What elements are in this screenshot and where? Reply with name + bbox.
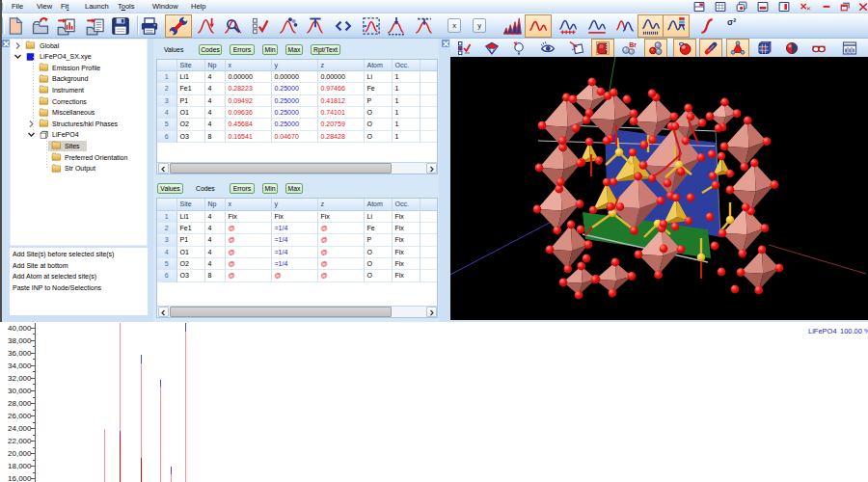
column-header-rownum[interactable] — [157, 60, 177, 72]
cell[interactable]: @ — [226, 258, 272, 270]
scroll-right-button[interactable] — [426, 163, 437, 174]
menu-launch[interactable]: Launch — [85, 1, 109, 13]
tree-item-str-output[interactable]: Str Output — [11, 163, 148, 174]
toolbar-grip[interactable] — [2, 17, 5, 34]
table-row-o2[interactable]: 5O24@=1/4@OFix — [157, 258, 437, 270]
cell[interactable]: 0.97466 — [318, 83, 365, 94]
scan-curve-stack-icon[interactable] — [664, 15, 689, 37]
cell[interactable]: O — [365, 131, 393, 143]
y-axis-button[interactable]: y — [473, 18, 486, 33]
cube-grid-icon[interactable] — [757, 40, 773, 56]
table-row-li1[interactable]: 1Li14FixFixFixLiFix — [157, 211, 437, 223]
table-row-o3[interactable]: 6O38@@@OFix — [157, 270, 437, 281]
scan-curves-two-icon[interactable] — [615, 16, 635, 36]
peak-tophat-icon[interactable] — [306, 16, 325, 36]
cell[interactable]: O2 — [177, 258, 205, 270]
column-header-Site[interactable]: Site — [177, 199, 205, 211]
column-header-Np[interactable]: Np — [205, 199, 226, 211]
fit-wrench-icon[interactable] — [166, 15, 191, 37]
tree-item-miscellaneous[interactable]: Miscellaneous — [11, 107, 148, 119]
tree-item-background[interactable]: Background — [11, 73, 148, 85]
tree-item-structures-hkl-phases[interactable]: Structures/hkl Phases — [11, 119, 148, 130]
scrollbar-thumb[interactable] — [170, 163, 392, 174]
tab-min[interactable]: Min — [262, 183, 278, 195]
tree-expand-arrow-icon[interactable] — [27, 120, 36, 128]
cell[interactable]: 3 — [157, 95, 177, 107]
big-atom-icon[interactable] — [674, 40, 695, 57]
scan-curve-baseline-icon[interactable] — [587, 16, 607, 36]
column-header-y[interactable]: y — [272, 60, 318, 72]
cell[interactable]: 1 — [393, 131, 420, 143]
cell[interactable]: 4 — [157, 247, 177, 258]
print-icon[interactable] — [140, 16, 159, 36]
cell[interactable]: 0.25000 — [272, 83, 318, 94]
column-header-x[interactable]: x — [226, 60, 272, 72]
scan-curve-ticks-icon[interactable] — [558, 16, 578, 36]
cell[interactable]: 5 — [157, 119, 177, 130]
cell[interactable]: =1/4 — [272, 247, 318, 258]
cell[interactable]: Fix — [393, 234, 420, 246]
cell[interactable]: 0.20759 — [318, 119, 365, 130]
cell[interactable]: =1/4 — [272, 223, 318, 234]
cell[interactable]: 4 — [157, 107, 177, 119]
table-row-o3[interactable]: 6O380.165410.046700.28428O1 — [157, 131, 437, 143]
cell[interactable]: Fe1 — [177, 223, 205, 234]
peak-atoms-icon[interactable] — [279, 16, 298, 36]
action-add-site-s-before-selected-sit[interactable]: Add Site(s) before selected site(s) — [13, 249, 114, 260]
column-header-Np[interactable]: Np — [205, 60, 226, 72]
cell[interactable]: =1/4 — [272, 234, 318, 246]
scroll-left-button[interactable] — [158, 307, 169, 317]
cell[interactable]: 8 — [205, 270, 226, 281]
scan-curve-icon[interactable] — [526, 15, 551, 37]
cell[interactable]: 6 — [157, 270, 177, 281]
cell[interactable]: O — [365, 270, 393, 281]
send-page-icon[interactable] — [569, 40, 584, 56]
cell[interactable]: @ — [318, 247, 365, 258]
open-project-icon[interactable] — [31, 16, 50, 36]
menu-file[interactable]: File — [12, 1, 23, 13]
tree-item-instrument[interactable]: Instrument — [11, 85, 148, 96]
cell[interactable]: Fix — [393, 223, 420, 234]
balloon-picker-icon[interactable] — [511, 40, 527, 56]
tab-max[interactable]: Max — [285, 44, 303, 56]
cell[interactable]: 0.09636 — [226, 107, 272, 119]
cell[interactable]: Fix — [393, 258, 420, 270]
menu-tools[interactable]: Tools — [118, 1, 135, 13]
horizontal-scrollbar[interactable] — [157, 162, 437, 174]
cell[interactable]: 1 — [393, 95, 420, 107]
cell[interactable]: @ — [226, 247, 272, 258]
table-row-o1[interactable]: 4O140.096360.250000.74101O1 — [157, 107, 437, 119]
cell[interactable]: 0.00000 — [226, 71, 272, 83]
cell[interactable]: O — [365, 258, 393, 270]
cell[interactable]: O2 — [177, 119, 205, 130]
histogram-series-icon[interactable] — [502, 16, 522, 36]
cell[interactable]: @ — [318, 258, 365, 270]
cell[interactable]: 4 — [205, 247, 226, 258]
tab-min[interactable]: Min — [262, 44, 278, 56]
scroll-left-button[interactable] — [158, 163, 169, 174]
window-split-horizontal-icon[interactable] — [757, 1, 770, 13]
cell[interactable]: 0.28223 — [226, 83, 272, 94]
tab-codes[interactable]: Codes — [196, 183, 215, 195]
column-header-rownum[interactable] — [157, 199, 177, 211]
column-header-y[interactable]: y — [272, 199, 318, 211]
checklist-icon[interactable] — [251, 16, 270, 36]
cell[interactable]: 6 — [157, 131, 177, 143]
tree-item-preferred-orientation[interactable]: Preferred Orientation — [11, 152, 148, 164]
cell[interactable]: @ — [226, 234, 272, 246]
cell[interactable]: @ — [226, 270, 272, 281]
cell[interactable]: @ — [318, 270, 365, 281]
cell[interactable]: @ — [272, 270, 318, 281]
tree-expand-arrow-icon[interactable] — [14, 41, 22, 50]
menu-grip[interactable] — [2, 3, 5, 11]
cell[interactable]: P — [365, 234, 393, 246]
cell[interactable]: 0.74101 — [318, 107, 365, 119]
column-header-x[interactable]: x — [226, 199, 272, 211]
tree-item-sites[interactable]: Sites — [11, 141, 148, 152]
table-row-o1[interactable]: 4O14@=1/4@OFix — [157, 247, 437, 258]
cell[interactable]: Fix — [318, 211, 365, 223]
cell[interactable]: O1 — [177, 247, 205, 258]
cell[interactable]: O — [365, 107, 393, 119]
cell[interactable]: O3 — [177, 270, 205, 281]
menu-fit[interactable]: Fit — [61, 1, 68, 13]
